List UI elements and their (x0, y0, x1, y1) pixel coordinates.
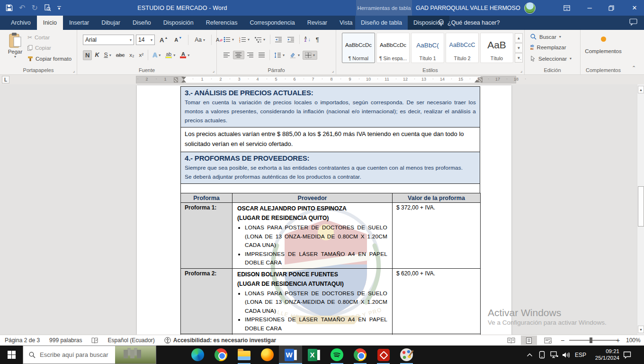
customize-qat-icon[interactable]: ▾ (57, 6, 61, 9)
font-dialog-launcher[interactable]: ⌟ (213, 68, 215, 73)
tab-diseno-de-tabla[interactable]: Diseño de tabla (355, 16, 408, 30)
paste-dropdown-icon[interactable]: ▾ (5, 55, 26, 59)
strikethrough-button[interactable]: abc (114, 51, 127, 59)
numbering-button[interactable]: 123▾ (237, 36, 251, 44)
tell-me-box[interactable]: ¿Qué desea hacer? (438, 16, 500, 30)
ruler[interactable]: 21123456789101112131415161718···········… (136, 76, 516, 83)
taskbar-search-box[interactable]: Escribe aquí para buscar (23, 346, 156, 364)
tab-stop-selector[interactable]: L (2, 76, 9, 83)
align-left-button[interactable] (222, 51, 232, 59)
bullets-button[interactable]: ▾ (222, 36, 236, 44)
scrollbar-thumb[interactable] (638, 186, 644, 227)
proofing-icon[interactable] (91, 337, 98, 344)
style-titulo-2[interactable]: AaBbCcC Título 2 (446, 33, 479, 63)
taskbar-paint-icon[interactable] (395, 346, 418, 364)
tray-clock[interactable]: 09:21 25/1/2024 (588, 346, 619, 364)
tray-volume-icon[interactable] (562, 346, 570, 364)
tab-revisar[interactable]: Revisar (301, 16, 333, 30)
taskbar-spotify-icon[interactable] (325, 346, 349, 364)
sort-button[interactable]: AZ↓ (303, 36, 313, 44)
search-highlight-image[interactable] (115, 346, 156, 364)
action-center-icon[interactable] (623, 346, 631, 364)
print-layout-view-icon[interactable] (521, 336, 537, 345)
hanging-indent-marker[interactable] (181, 80, 186, 82)
tray-network-icon[interactable] (550, 346, 558, 364)
increase-indent-button[interactable] (286, 36, 296, 44)
tab-correspondencia[interactable]: Correspondencia (243, 16, 301, 30)
close-button[interactable]: ✕ (625, 0, 644, 16)
taskbar-chrome-icon[interactable] (209, 346, 233, 364)
style-normal[interactable]: AaBbCcDc ¶ Normal (342, 33, 375, 63)
taskbar-firefox-icon[interactable] (256, 346, 279, 364)
text-effects-button[interactable]: A▾ (151, 50, 162, 60)
align-center-button[interactable] (233, 51, 244, 59)
taskbar-acrobat-icon[interactable] (372, 346, 395, 364)
tab-diseno[interactable]: Diseño (126, 16, 157, 30)
vertical-scrollbar[interactable]: ▲ ▼ (637, 84, 644, 335)
font-size-combobox[interactable]: 14▾ (136, 35, 155, 45)
tab-referencias[interactable]: Referencias (200, 16, 244, 30)
change-case-button[interactable]: Aa▾ (193, 36, 207, 44)
tab-archivo[interactable]: Archivo (5, 16, 37, 30)
shrink-font-button[interactable]: A▼ (172, 36, 184, 44)
font-family-combobox[interactable]: Arial▾ (83, 35, 134, 45)
bold-button[interactable]: N (83, 50, 92, 60)
tab-disposicion[interactable]: Disposición (157, 16, 200, 30)
decrease-indent-button[interactable] (273, 36, 284, 44)
justify-button[interactable] (257, 51, 267, 59)
italic-button[interactable]: K (93, 51, 101, 59)
collapse-ribbon-icon[interactable]: ⌃ (632, 65, 636, 71)
zoom-in-icon[interactable]: + (616, 337, 620, 344)
zoom-level[interactable]: 100% (626, 337, 641, 344)
zoom-out-icon[interactable]: − (561, 337, 564, 344)
proforma-table[interactable]: Proforma Proveedor Valor de la proforma … (180, 193, 481, 335)
read-mode-view-icon[interactable] (503, 336, 519, 345)
document-content[interactable]: 3.- ANÁLISIS DE PRECIOS ACTUALES: Tomar … (180, 87, 480, 335)
style-titulo-1[interactable]: AaBbC( Título 1 (411, 33, 444, 63)
table-column-marker-left[interactable] (174, 77, 178, 82)
style-titulo[interactable]: AaB Título (480, 33, 513, 63)
show-paragraph-marks-button[interactable]: ¶ (314, 35, 321, 44)
styles-gallery-more-icon[interactable]: ▼̱ (515, 53, 523, 63)
scroll-down-icon[interactable]: ▼ (638, 326, 644, 333)
zoom-slider-track[interactable] (569, 340, 618, 341)
copy-button[interactable]: Copiar (27, 45, 51, 51)
print-preview-icon[interactable] (44, 4, 51, 11)
web-layout-view-icon[interactable] (540, 336, 556, 345)
right-indent-marker[interactable] (474, 80, 479, 82)
taskbar-excel-icon[interactable]: X (302, 346, 325, 364)
styles-dialog-launcher[interactable]: ⌟ (520, 68, 522, 73)
tray-show-hidden-icons[interactable] (527, 346, 533, 364)
find-button[interactable]: Buscar▾ (530, 34, 561, 40)
tab-insertar[interactable]: Insertar (63, 16, 95, 30)
taskbar-word-icon[interactable]: W (279, 346, 302, 364)
style-sin-espaciado[interactable]: AaBbCcDc ¶ Sin espa... (376, 33, 410, 63)
word-count[interactable]: 999 palabras (49, 337, 82, 344)
account-avatar[interactable] (524, 2, 536, 14)
tab-inicio[interactable]: Inicio (37, 16, 63, 30)
tray-language-indicator[interactable]: ESP (575, 346, 586, 364)
text-highlight-button[interactable]: ab▾ (163, 51, 177, 59)
undo-icon[interactable]: ↶ (19, 3, 25, 12)
language-indicator[interactable]: Español (Ecuador) (107, 337, 154, 344)
minimize-button[interactable]: ─ (581, 0, 598, 16)
underline-button[interactable]: S▾ (102, 51, 113, 59)
document-page[interactable]: VALLE HERMOSO TURÍSTICO Y PRODUCTIVO 3.-… (137, 85, 511, 335)
line-spacing-button[interactable]: ▾ (272, 51, 286, 59)
restore-button[interactable] (603, 0, 619, 16)
taskbar-file-explorer-icon[interactable] (233, 346, 256, 364)
select-button[interactable]: Seleccionar▾ (530, 55, 572, 62)
start-button[interactable] (0, 346, 23, 364)
feedback-icon[interactable] (629, 18, 637, 26)
superscript-button[interactable]: x² (137, 51, 146, 59)
borders-button[interactable]: ▾ (303, 51, 317, 60)
paste-button[interactable]: Pegar ▾ (5, 33, 26, 59)
grow-font-button[interactable]: A▲ (158, 36, 170, 45)
clipboard-dialog-launcher[interactable]: ⌟ (73, 68, 75, 73)
subscript-button[interactable]: x₂ (127, 51, 136, 59)
styles-scroll-up-icon[interactable]: ▲ (515, 33, 523, 43)
format-painter-button[interactable]: Copiar formato (27, 56, 72, 62)
styles-scroll-down-icon[interactable]: ▼ (515, 43, 523, 53)
document-area[interactable]: VALLE HERMOSO TURÍSTICO Y PRODUCTIVO 3.-… (0, 84, 644, 335)
tab-dibujar[interactable]: Dibujar (95, 16, 126, 30)
